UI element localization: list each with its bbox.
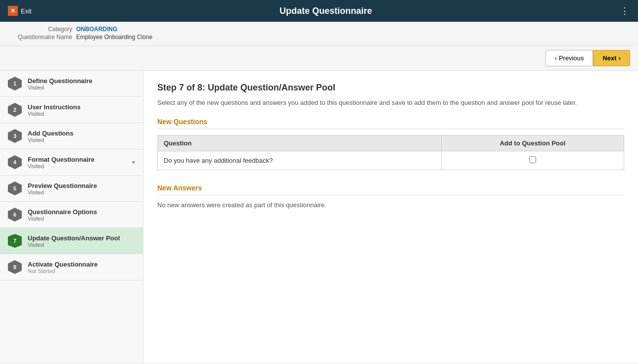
step-name-5: Preview Questionnaire	[28, 182, 135, 189]
sidebar-step-3[interactable]: 3Add QuestionsVisited	[0, 123, 143, 149]
step-badge-8: 8	[8, 260, 22, 274]
next-label: Next	[602, 54, 616, 62]
main-layout: 1Define QuestionnaireVisited2User Instru…	[0, 71, 638, 363]
step-status-4: Visited	[28, 163, 126, 169]
sidebar-step-1[interactable]: 1Define QuestionnaireVisited	[0, 71, 143, 97]
page-title: Update Questionnaire	[32, 6, 620, 16]
sidebar-step-4[interactable]: 4Format QuestionnaireVisited▾	[0, 149, 143, 176]
questionnaire-name-value: Employee Onboarding Clone	[76, 34, 152, 41]
sidebar-step-8[interactable]: 8Activate QuestionnaireNot Started	[0, 254, 143, 280]
step-badge-4: 4	[8, 155, 22, 169]
step-name-8: Activate Questionnaire	[28, 261, 135, 268]
questions-table: Question Add to Question Pool Do you hav…	[157, 135, 624, 170]
step-name-6: Questionnaire Options	[28, 208, 135, 216]
step-badge-5: 5	[8, 182, 22, 195]
add-to-pool-checkbox-0[interactable]	[529, 156, 536, 163]
exit-x-icon: ✕	[8, 6, 18, 16]
step-status-8: Not Started	[28, 268, 135, 274]
previous-button[interactable]: ‹ Previous	[546, 50, 593, 66]
step-name-7: Update Question/Answer Pool	[28, 234, 135, 242]
new-answers-section-title: New Answers	[157, 184, 624, 195]
question-text-0: Do you have any additional feedback?	[158, 151, 442, 170]
app-header: ✕ Exit Update Questionnaire ⋮	[0, 0, 638, 22]
col-pool-header: Add to Question Pool	[441, 135, 624, 151]
sidebar-step-5[interactable]: 5Preview QuestionnaireVisited	[0, 176, 143, 202]
step-badge-6: 6	[8, 208, 22, 222]
meta-bar: Category ONBOARDING Questionnaire Name E…	[0, 22, 638, 46]
step-badge-1: 1	[8, 77, 22, 91]
prev-chevron-icon: ‹	[555, 54, 557, 62]
exit-label: Exit	[21, 7, 32, 15]
step-status-7: Visited	[28, 242, 135, 248]
questionnaire-name-label: Questionnaire Name	[8, 34, 72, 41]
exit-button[interactable]: ✕ Exit	[8, 6, 32, 16]
previous-label: Previous	[559, 54, 584, 62]
step-name-4: Format Questionnaire	[28, 156, 126, 163]
step-status-1: Visited	[28, 85, 135, 91]
step-status-3: Visited	[28, 137, 135, 143]
step-status-2: Visited	[28, 111, 135, 117]
nav-buttons-bar: ‹ Previous Next ›	[0, 46, 638, 71]
category-value: ONBOARDING	[76, 26, 117, 33]
step-badge-3: 3	[8, 129, 22, 143]
sidebar-step-6[interactable]: 6Questionnaire OptionsVisited	[0, 202, 143, 228]
next-chevron-icon: ›	[619, 54, 621, 62]
question-pool-cell-0	[441, 151, 624, 170]
next-button[interactable]: Next ›	[593, 50, 630, 66]
no-answers-text: No new answers were created as part of t…	[157, 201, 624, 209]
content-title: Step 7 of 8: Update Question/Answer Pool	[157, 83, 624, 93]
content-description: Select any of the new questions and answ…	[157, 98, 624, 108]
category-label: Category	[8, 26, 72, 33]
step-badge-7: 7	[8, 234, 22, 248]
col-question-header: Question	[158, 135, 442, 151]
sidebar-step-7[interactable]: 7Update Question/Answer PoolVisited	[0, 228, 143, 254]
step-status-6: Visited	[28, 216, 135, 222]
step-name-2: User Instructions	[28, 103, 135, 111]
step-status-5: Visited	[28, 189, 135, 195]
sidebar-step-2[interactable]: 2User InstructionsVisited	[0, 97, 143, 123]
new-questions-section-title: New Questions	[157, 118, 624, 129]
step-badge-2: 2	[8, 103, 22, 117]
content-area: Step 7 of 8: Update Question/Answer Pool…	[143, 71, 638, 363]
more-options-icon[interactable]: ⋮	[620, 5, 630, 16]
steps-sidebar: 1Define QuestionnaireVisited2User Instru…	[0, 71, 143, 363]
chevron-down-icon: ▾	[132, 159, 135, 166]
step-name-1: Define Questionnaire	[28, 77, 135, 85]
table-row: Do you have any additional feedback?	[158, 151, 624, 170]
step-name-3: Add Questions	[28, 130, 135, 137]
